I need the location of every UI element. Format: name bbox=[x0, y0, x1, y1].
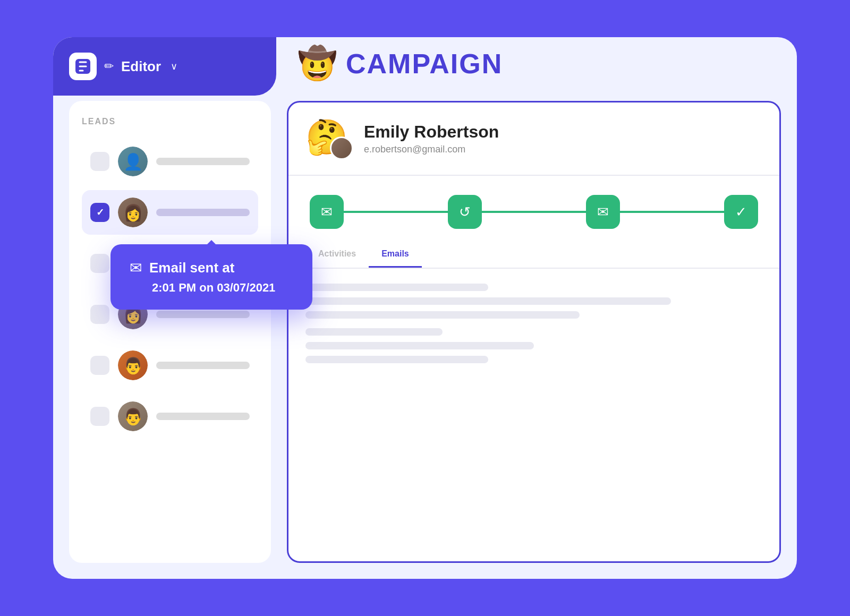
lead-checkbox[interactable] bbox=[90, 356, 109, 375]
lead-name-bar bbox=[156, 158, 250, 165]
top-bar: ✏ Editor ∨ bbox=[53, 37, 276, 96]
avatar: 👤 bbox=[118, 147, 148, 176]
pipeline-track: ✉ ↺ ✉ ✓ bbox=[310, 195, 758, 229]
skeleton-line bbox=[305, 328, 443, 336]
skeleton-line bbox=[305, 284, 488, 291]
tab-emails[interactable]: Emails bbox=[369, 242, 422, 268]
leads-panel: LEADS 👤 👩 👨 bbox=[69, 101, 271, 563]
leads-title: LEADS bbox=[82, 117, 258, 126]
right-panel: 🤔 Emily Robertson e.robertson@gmail.com … bbox=[287, 101, 781, 563]
pipeline-node-refresh[interactable]: ↺ bbox=[448, 195, 482, 229]
tooltip-time: 2:01 PM on 03/07/2021 bbox=[152, 281, 293, 295]
lead-checkbox[interactable] bbox=[90, 407, 109, 426]
campaign-emoji: 🤠 bbox=[298, 48, 337, 80]
pipeline-node-check[interactable]: ✓ bbox=[724, 195, 758, 229]
pipeline-node-email1[interactable]: ✉ bbox=[310, 195, 344, 229]
skeleton-line bbox=[305, 342, 534, 349]
main-card: ✏ Editor ∨ 🤠 CAMPAIGN LEADS 👤 👩 bbox=[53, 37, 797, 579]
pipeline-line bbox=[620, 211, 724, 213]
skeleton-line bbox=[305, 311, 580, 319]
skeleton-line bbox=[305, 356, 488, 363]
contact-name: Emily Robertson bbox=[364, 122, 762, 142]
contact-info: Emily Robertson e.robertson@gmail.com bbox=[364, 122, 762, 155]
campaign-title: CAMPAIGN bbox=[346, 48, 503, 80]
avatar: 👨 bbox=[118, 350, 148, 380]
tooltip-title: Email sent at bbox=[149, 260, 234, 276]
content-area: LEADS 👤 👩 👨 bbox=[69, 101, 781, 563]
pipeline-line bbox=[482, 211, 586, 213]
contact-email: e.robertson@gmail.com bbox=[364, 144, 762, 155]
content-skeleton bbox=[288, 269, 779, 561]
email-sent-tooltip: ✉ Email sent at 2:01 PM on 03/07/2021 bbox=[110, 244, 312, 310]
avatar: 👨 bbox=[118, 401, 148, 431]
pencil-icon: ✏ bbox=[104, 59, 114, 73]
lead-name-bar bbox=[156, 209, 250, 216]
pipeline-node-email2[interactable]: ✉ bbox=[586, 195, 620, 229]
skeleton-line bbox=[305, 297, 671, 305]
lead-checkbox-checked[interactable] bbox=[90, 203, 109, 222]
campaign-header: 🤠 CAMPAIGN bbox=[298, 48, 503, 80]
contact-avatar-small bbox=[330, 136, 353, 160]
elementor-logo bbox=[74, 58, 91, 75]
lead-name-bar bbox=[156, 413, 250, 420]
list-item[interactable]: 👤 bbox=[82, 139, 258, 184]
chevron-down-icon[interactable]: ∨ bbox=[171, 61, 177, 72]
envelope-icon: ✉ bbox=[130, 259, 142, 277]
tooltip-top-row: ✉ Email sent at bbox=[130, 259, 293, 277]
contact-header: 🤔 Emily Robertson e.robertson@gmail.com bbox=[288, 102, 779, 176]
lead-checkbox[interactable] bbox=[90, 254, 109, 273]
avatar: 👩 bbox=[118, 198, 148, 227]
list-item[interactable]: 👩 bbox=[82, 190, 258, 235]
tabs-row: Activities Emails bbox=[288, 242, 779, 269]
pipeline-section: ✉ ↺ ✉ ✓ bbox=[288, 176, 779, 242]
contact-emoji-wrap: 🤔 bbox=[305, 117, 353, 160]
logo-box bbox=[69, 53, 97, 80]
lead-name-bar bbox=[156, 311, 250, 318]
lead-name-bar bbox=[156, 362, 250, 369]
lead-checkbox[interactable] bbox=[90, 305, 109, 324]
pipeline-line bbox=[344, 211, 448, 213]
editor-label: Editor bbox=[121, 58, 161, 75]
tab-activities[interactable]: Activities bbox=[305, 242, 369, 268]
list-item[interactable]: 👨 bbox=[82, 394, 258, 439]
lead-checkbox[interactable] bbox=[90, 152, 109, 171]
list-item[interactable]: 👨 bbox=[82, 343, 258, 388]
